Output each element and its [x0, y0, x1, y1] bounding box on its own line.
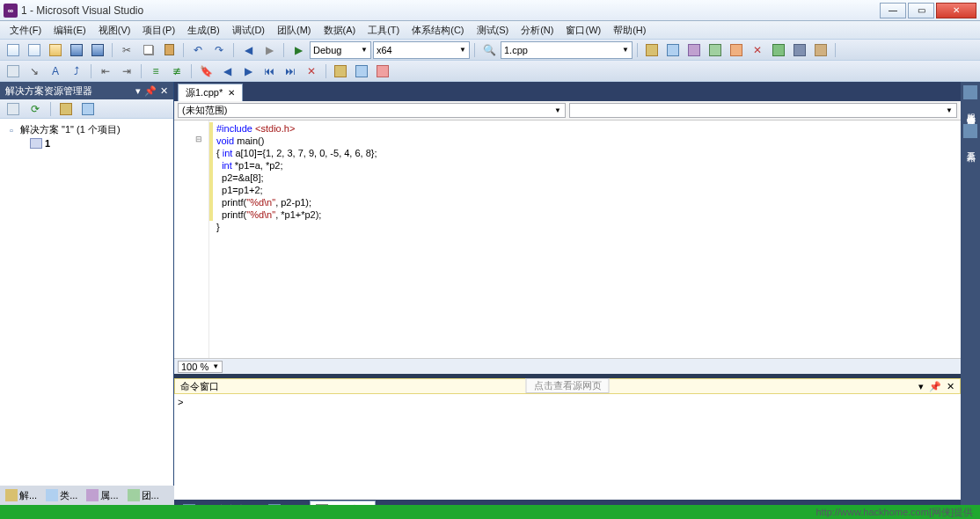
bookmark-next-folder-button[interactable]: ⏭ [281, 62, 300, 80]
redo-button[interactable]: ↷ [209, 41, 229, 59]
footer-credit-text: http://www.hackhome.com[网侠]提供 [816, 506, 974, 519]
panel-dropdown-icon[interactable]: ▾ [135, 85, 141, 97]
comment-button[interactable]: ≡ [146, 62, 165, 80]
window-title: 1 - Microsoft Visual Studio [21, 4, 878, 17]
close-button[interactable]: ✕ [936, 3, 976, 18]
panel-close-icon[interactable]: ✕ [947, 381, 954, 392]
toolbar-separator [233, 43, 234, 57]
team-explorer-button[interactable] [727, 41, 746, 59]
scope-dropdown[interactable]: (未知范围) ▼ [178, 103, 566, 118]
menu-build[interactable]: 生成(B) [181, 21, 226, 40]
tab-server-explorer[interactable]: 服务器资源管理器 [962, 103, 978, 117]
menu-file[interactable]: 文件(F) [4, 21, 48, 40]
solution-explorer-button[interactable] [642, 41, 662, 59]
command-window-button[interactable] [790, 41, 809, 59]
save-all-button[interactable] [88, 41, 107, 59]
tab-solution-explorer[interactable]: 解... [2, 487, 40, 504]
paste-button[interactable] [159, 41, 179, 59]
menu-window[interactable]: 窗口(W) [559, 21, 607, 40]
tab-close-icon[interactable]: ✕ [228, 88, 235, 98]
output-window-button[interactable] [811, 41, 830, 59]
object-browser-button[interactable] [706, 41, 725, 59]
panel-pin-icon[interactable]: 📌 [929, 381, 941, 392]
bookmark-prev-folder-button[interactable]: ⏮ [260, 62, 279, 80]
code-content[interactable]: ⊟#include <stdio.h>void main(){ int a[10… [209, 121, 377, 358]
code-editor[interactable]: ⊟#include <stdio.h>void main(){ int a[10… [174, 121, 961, 358]
document-tab[interactable]: 源1.cpp* ✕ [178, 84, 243, 101]
param-info-button[interactable]: A [46, 62, 65, 80]
bookmark-toggle-button[interactable]: 🔖 [196, 62, 216, 80]
server-explorer-icon [963, 85, 977, 99]
solution-root-node[interactable]: ▫ 解决方案 "1" (1 个项目) [4, 122, 170, 137]
code-token: printf( [216, 209, 246, 220]
menu-edit[interactable]: 编辑(E) [48, 21, 92, 40]
project-node[interactable]: 1 [4, 137, 170, 150]
overlay-hint[interactable]: 点击查看源网页 [526, 378, 610, 393]
toolbar-separator [112, 43, 113, 57]
menu-team[interactable]: 团队(M) [271, 21, 318, 40]
se-refresh-button[interactable]: ⟳ [26, 100, 45, 118]
zoom-dropdown[interactable]: 100 % ▼ [178, 361, 223, 373]
fold-toggle-icon[interactable]: ⊟ [195, 133, 202, 145]
add-item-button[interactable] [25, 41, 44, 59]
misc-button-1[interactable] [331, 62, 350, 80]
command-window-title: 命令窗口 [180, 380, 219, 393]
toolbox-button[interactable] [684, 41, 704, 59]
copy-button[interactable] [138, 41, 157, 59]
find-dropdown[interactable]: 1.cpp▼ [501, 41, 633, 59]
tab-properties[interactable]: 属... [83, 487, 121, 504]
se-showall-button[interactable] [56, 100, 76, 118]
bookmark-next-button[interactable]: ▶ [238, 62, 258, 80]
start-page-button[interactable]: ✕ [748, 41, 767, 59]
uncomment-button[interactable]: ≢ [167, 62, 186, 80]
ext-manager-button[interactable] [769, 41, 788, 59]
maximize-button[interactable]: ▭ [908, 3, 934, 18]
complete-word-button[interactable]: ⤴ [67, 62, 86, 80]
menu-tools[interactable]: 工具(T) [362, 21, 406, 40]
scope-value: (未知范围) [182, 104, 227, 117]
find-button[interactable]: 🔍 [479, 41, 499, 59]
menu-analyze[interactable]: 分析(N) [515, 21, 559, 40]
platform-dropdown[interactable]: x64▼ [373, 41, 470, 59]
start-debug-button[interactable]: ▶ [289, 41, 308, 59]
tab-team-explorer[interactable]: 团... [124, 487, 163, 504]
increase-indent-button[interactable]: ⇥ [117, 62, 136, 80]
menu-data[interactable]: 数据(A) [318, 21, 362, 40]
command-window-body[interactable]: > [174, 394, 961, 500]
new-project-button[interactable] [4, 41, 23, 59]
misc-button-3[interactable] [373, 62, 392, 80]
se-home-button[interactable] [4, 100, 23, 118]
project-icon [30, 138, 42, 149]
menu-project[interactable]: 项目(P) [136, 21, 181, 40]
code-token: , p2-p1); [275, 197, 311, 208]
solution-explorer-header: 解决方案资源管理器 ▾ 📌 ✕ [0, 82, 173, 99]
bookmark-clear-button[interactable]: ✕ [302, 62, 321, 80]
minimize-button[interactable]: — [880, 3, 906, 18]
tab-class-view[interactable]: 类... [42, 487, 81, 504]
open-file-button[interactable] [46, 41, 65, 59]
nav-forward-button[interactable]: ▶ [260, 41, 279, 59]
member-dropdown[interactable]: ▼ [569, 103, 957, 118]
panel-close-icon[interactable]: ✕ [160, 85, 168, 97]
panel-dropdown-icon[interactable]: ▾ [918, 381, 924, 392]
project-label: 1 [45, 138, 50, 149]
nav-back-button[interactable]: ◀ [238, 41, 258, 59]
menu-debug[interactable]: 调试(D) [226, 21, 271, 40]
menu-view[interactable]: 视图(V) [92, 21, 137, 40]
menu-help[interactable]: 帮助(H) [607, 21, 652, 40]
panel-pin-icon[interactable]: 📌 [144, 85, 157, 97]
misc-button-2[interactable] [352, 62, 371, 80]
bookmark-prev-button[interactable]: ◀ [217, 62, 237, 80]
menu-architecture[interactable]: 体系结构(C) [406, 21, 470, 40]
cut-button[interactable]: ✂ [117, 41, 136, 59]
menu-test[interactable]: 测试(S) [471, 21, 516, 40]
tab-toolbox[interactable]: 工具箱 [962, 142, 978, 151]
undo-button[interactable]: ↶ [188, 41, 208, 59]
decrease-indent-button[interactable]: ⇤ [96, 62, 115, 80]
save-button[interactable] [67, 41, 86, 59]
config-dropdown[interactable]: Debug▼ [310, 41, 371, 59]
member-list-button[interactable] [4, 62, 23, 80]
se-properties-button[interactable] [78, 100, 98, 118]
properties-button[interactable] [663, 41, 683, 59]
quick-info-button[interactable]: ↘ [25, 62, 44, 80]
